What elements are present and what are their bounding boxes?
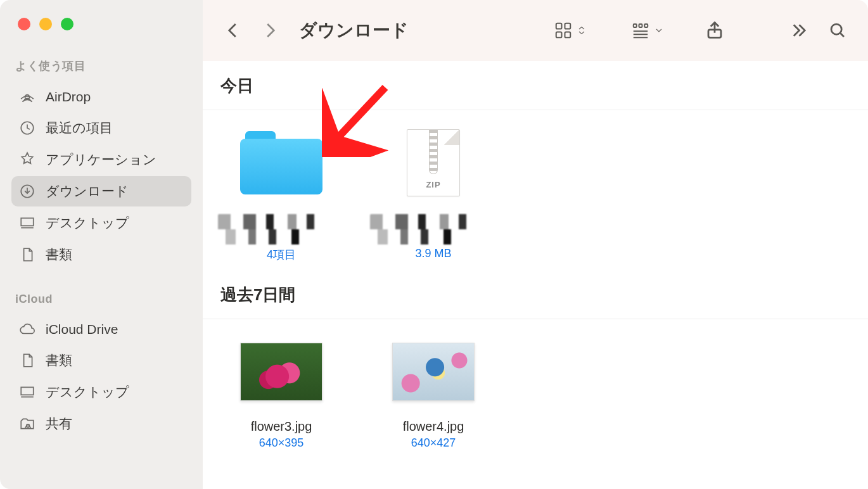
sidebar-fav-item-download[interactable]: ダウンロード <box>11 176 191 206</box>
sidebar-item-label: 書類 <box>46 246 72 264</box>
search-button[interactable] <box>825 18 850 43</box>
folder-icon <box>240 128 322 198</box>
window-controls <box>11 18 191 30</box>
sidebar-item-label: AirDrop <box>46 89 91 105</box>
window-title: ダウンロード <box>299 18 409 42</box>
cloud-icon <box>19 321 35 338</box>
share-button[interactable] <box>702 18 727 43</box>
svg-rect-8 <box>634 24 637 27</box>
zip-icon: ZIP <box>392 128 475 198</box>
svg-rect-7 <box>565 32 571 38</box>
sidebar-icloud-item-shared[interactable]: 共有 <box>11 409 191 439</box>
sidebar: よく使う項目 AirDrop最近の項目アプリケーションダウンロードデスクトップ書… <box>0 0 203 489</box>
sidebar-fav-item-clock[interactable]: 最近の項目 <box>11 113 191 143</box>
svg-rect-4 <box>556 23 562 29</box>
doc-icon <box>19 246 35 263</box>
sidebar-favorites-list: AirDrop最近の項目アプリケーションダウンロードデスクトップ書類 <box>11 82 191 270</box>
sidebar-item-label: ダウンロード <box>46 182 129 200</box>
sidebar-item-label: 書類 <box>46 352 72 369</box>
file-grid: flower3.jpg640×395flower4.jpg640×427 <box>203 319 868 457</box>
shared-icon <box>19 416 35 432</box>
sidebar-fav-item-desktop[interactable]: デスクトップ <box>11 208 191 238</box>
file-grid: 4項目ZIP3.9 MB <box>203 110 868 270</box>
sidebar-item-label: デスクトップ <box>46 383 129 401</box>
content-area[interactable]: 今日4項目ZIP3.9 MB過去7日間flower3.jpg640×395flo… <box>203 61 868 489</box>
group-header: 過去7日間 <box>203 270 868 319</box>
file-name: flower4.jpg <box>403 419 464 434</box>
file-name: flower3.jpg <box>251 419 312 434</box>
sidebar-fav-item-apps[interactable]: アプリケーション <box>11 144 191 175</box>
sidebar-icloud-list: iCloud Drive書類デスクトップ共有 <box>11 315 191 439</box>
sidebar-icloud-item-desktop[interactable]: デスクトップ <box>11 377 191 407</box>
desktop-icon <box>19 215 35 231</box>
toolbar: ダウンロード <box>203 0 868 61</box>
sidebar-fav-item-airdrop[interactable]: AirDrop <box>11 82 191 111</box>
sidebar-item-label: デスクトップ <box>46 214 129 232</box>
desktop-icon <box>19 384 35 400</box>
fullscreen-button[interactable] <box>61 18 73 30</box>
file-subtitle: 3.9 MB <box>415 247 451 260</box>
image-thumbnail <box>240 337 322 407</box>
file-item[interactable]: ZIP3.9 MB <box>370 128 497 262</box>
sidebar-fav-item-doc[interactable]: 書類 <box>11 239 191 270</box>
sidebar-item-label: アプリケーション <box>46 151 156 168</box>
sidebar-icloud-item-doc[interactable]: 書類 <box>11 345 191 376</box>
sidebar-item-label: iCloud Drive <box>46 322 118 337</box>
sidebar-section-favorites: よく使う項目 <box>11 58 191 82</box>
apps-icon <box>19 151 35 168</box>
minimize-button[interactable] <box>39 18 52 30</box>
airdrop-icon <box>19 89 35 105</box>
group-header: 今日 <box>203 61 868 110</box>
clock-icon <box>19 120 35 136</box>
overflow-button[interactable] <box>788 18 814 43</box>
redacted-filename <box>218 214 345 244</box>
svg-rect-9 <box>639 24 642 27</box>
sidebar-item-label: 最近の項目 <box>46 119 113 137</box>
file-item[interactable]: flower4.jpg640×427 <box>370 337 497 450</box>
image-thumbnail <box>392 337 475 407</box>
main-pane: ダウンロード 今日4項目ZIP3.9 MB過去7日間fl <box>203 0 868 489</box>
download-icon <box>19 183 35 200</box>
svg-rect-6 <box>556 32 562 38</box>
file-subtitle: 640×427 <box>411 436 456 450</box>
group-by-button[interactable] <box>631 21 664 40</box>
view-mode-button[interactable] <box>554 21 587 40</box>
svg-rect-10 <box>644 24 648 27</box>
file-item[interactable]: flower3.jpg640×395 <box>218 337 345 450</box>
close-button[interactable] <box>18 18 30 30</box>
doc-icon <box>19 352 35 369</box>
svg-rect-5 <box>565 23 571 29</box>
file-subtitle: 4項目 <box>267 247 296 262</box>
svg-line-16 <box>840 33 844 37</box>
sidebar-icloud-item-cloud[interactable]: iCloud Drive <box>11 315 191 344</box>
file-item[interactable]: 4項目 <box>218 128 345 262</box>
back-button[interactable] <box>220 18 246 43</box>
forward-button[interactable] <box>257 18 283 43</box>
sidebar-item-label: 共有 <box>46 415 72 433</box>
file-subtitle: 640×395 <box>259 436 304 450</box>
svg-point-15 <box>831 24 841 34</box>
sidebar-section-icloud: iCloud <box>11 293 191 315</box>
redacted-filename <box>370 214 497 244</box>
finder-window: よく使う項目 AirDrop最近の項目アプリケーションダウンロードデスクトップ書… <box>0 0 868 489</box>
